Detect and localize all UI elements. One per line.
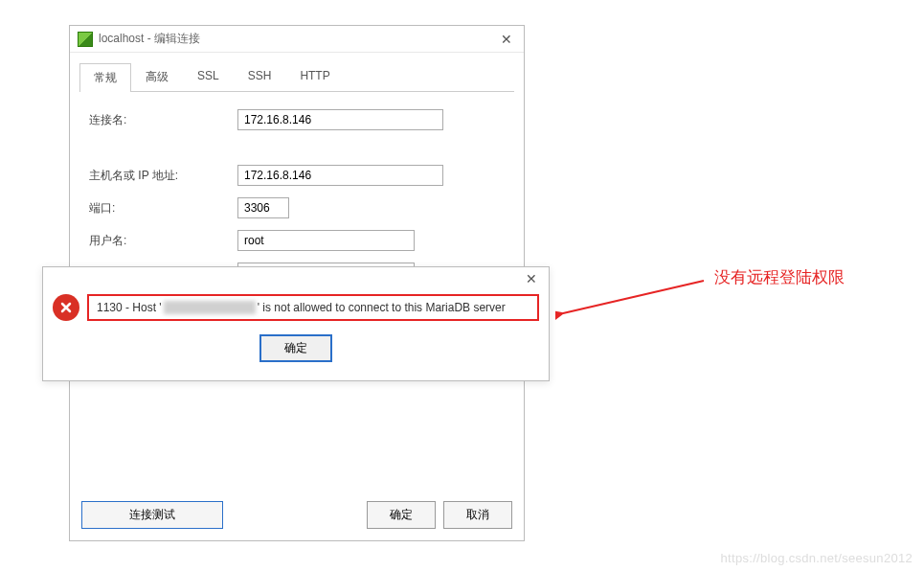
tab-http[interactable]: HTTP bbox=[285, 62, 344, 91]
svg-line-0 bbox=[563, 281, 704, 313]
bottom-buttons: 连接测试 确定 取消 bbox=[81, 501, 512, 529]
error-msg-pre: 1130 - Host ' bbox=[97, 301, 162, 314]
tab-ssh[interactable]: SSH bbox=[234, 62, 286, 91]
error-dialog: ✕ 1130 - Host ' ' is not allowed to conn… bbox=[42, 266, 550, 381]
annotation-arrow bbox=[555, 273, 709, 326]
port-input[interactable] bbox=[237, 197, 289, 218]
test-connection-button[interactable]: 连接测试 bbox=[81, 501, 223, 529]
user-input[interactable] bbox=[237, 230, 415, 251]
ok-button[interactable]: 确定 bbox=[367, 501, 436, 529]
annotation-text: 没有远程登陆权限 bbox=[714, 266, 845, 288]
conn-name-input[interactable] bbox=[237, 109, 443, 130]
watermark: https://blog.csdn.net/seesun2012 bbox=[721, 551, 913, 565]
tab-advanced[interactable]: 高级 bbox=[131, 62, 183, 91]
window-title: localhost - 编辑连接 bbox=[99, 31, 497, 47]
port-label: 端口: bbox=[89, 200, 237, 217]
error-body: 1130 - Host ' ' is not allowed to connec… bbox=[43, 290, 549, 321]
error-titlebar: ✕ bbox=[43, 267, 549, 290]
close-icon[interactable]: ✕ bbox=[497, 32, 516, 47]
tab-general[interactable]: 常规 bbox=[79, 63, 131, 92]
host-input[interactable] bbox=[237, 165, 443, 186]
error-message-box: 1130 - Host ' ' is not allowed to connec… bbox=[87, 294, 539, 321]
tabs: 常规 高级 SSL SSH HTTP bbox=[79, 62, 514, 92]
error-msg-post: ' is not allowed to connect to this Mari… bbox=[258, 301, 506, 314]
user-label: 用户名: bbox=[89, 233, 237, 249]
conn-name-label: 连接名: bbox=[89, 112, 237, 128]
host-label: 主机名或 IP 地址: bbox=[89, 168, 237, 184]
error-ok-button[interactable]: 确定 bbox=[259, 334, 332, 362]
titlebar: localhost - 编辑连接 ✕ bbox=[70, 26, 524, 53]
cancel-button[interactable]: 取消 bbox=[443, 501, 512, 529]
tab-ssl[interactable]: SSL bbox=[183, 62, 234, 91]
redacted-host bbox=[164, 301, 256, 314]
error-close-icon[interactable]: ✕ bbox=[522, 271, 541, 286]
error-icon bbox=[53, 294, 79, 321]
app-icon bbox=[78, 32, 93, 47]
